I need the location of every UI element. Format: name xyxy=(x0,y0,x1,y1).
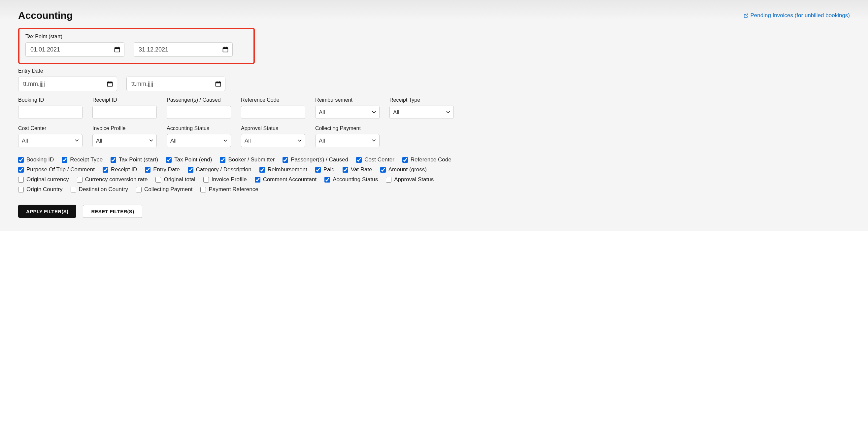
apply-filters-button[interactable]: APPLY FILTER(S) xyxy=(18,204,76,218)
column-checkbox[interactable] xyxy=(282,157,288,163)
column-toggle[interactable]: Payment Reference xyxy=(200,186,258,193)
column-checkbox[interactable] xyxy=(155,177,161,183)
booking-id-input[interactable] xyxy=(18,106,83,119)
column-toggle[interactable]: Category / Description xyxy=(188,166,251,173)
reset-filters-button[interactable]: RESET FILTER(S) xyxy=(83,204,142,218)
column-checkbox-label: Original currency xyxy=(26,176,69,183)
column-checkbox-label: Entry Date xyxy=(153,166,180,173)
column-toggle[interactable]: Paid xyxy=(315,166,335,173)
tax-point-end-input[interactable] xyxy=(134,42,233,57)
column-checkbox[interactable] xyxy=(18,187,24,192)
column-checkbox[interactable] xyxy=(220,157,225,163)
column-checkbox-label: Receipt Type xyxy=(70,156,103,163)
column-checkbox-label: Tax Point (start) xyxy=(119,156,158,163)
column-toggle[interactable]: Approval Status xyxy=(386,176,434,183)
receipt-type-select[interactable]: All xyxy=(390,106,454,119)
column-checkbox[interactable] xyxy=(111,157,116,163)
column-toggle[interactable]: Purpose Of Trip / Comment xyxy=(18,166,95,173)
column-checkbox[interactable] xyxy=(343,167,348,172)
accounting-status-select[interactable]: All xyxy=(167,134,231,147)
passengers-input[interactable] xyxy=(167,106,231,119)
cost-center-label: Cost Center xyxy=(18,125,83,131)
column-checkbox-label: Passenger(s) / Caused xyxy=(291,156,348,163)
column-toggle[interactable]: Passenger(s) / Caused xyxy=(282,156,348,163)
column-checkbox[interactable] xyxy=(71,187,76,192)
column-checkbox-label: Origin Country xyxy=(26,186,63,193)
invoice-profile-select[interactable]: All xyxy=(92,134,157,147)
column-checkbox-label: Reimbursement xyxy=(268,166,307,173)
column-checkbox[interactable] xyxy=(402,157,408,163)
column-checkbox-label: Collecting Payment xyxy=(144,186,192,193)
column-toggle[interactable]: Currency conversion rate xyxy=(77,176,148,183)
column-toggle[interactable]: Destination Country xyxy=(71,186,128,193)
column-toggle[interactable]: Collecting Payment xyxy=(136,186,192,193)
pending-invoices-link[interactable]: Pending Invoices (for unbilled bookings) xyxy=(744,12,850,19)
collecting-payment-label: Collecting Payment xyxy=(315,125,379,131)
column-checkbox[interactable] xyxy=(166,157,172,163)
tax-point-label: Tax Point (start) xyxy=(25,34,248,40)
column-checkbox-label: Tax Point (end) xyxy=(174,156,212,163)
column-toggle[interactable]: Receipt ID xyxy=(103,166,137,173)
column-toggle[interactable]: Reference Code xyxy=(402,156,452,163)
column-checkbox[interactable] xyxy=(62,157,67,163)
column-checkbox[interactable] xyxy=(200,187,206,192)
pending-invoices-label: Pending Invoices (for unbilled bookings) xyxy=(750,12,850,19)
column-checkbox[interactable] xyxy=(255,177,260,183)
reimbursement-label: Reimbursement xyxy=(315,97,379,103)
column-checkbox[interactable] xyxy=(356,157,362,163)
reference-code-label: Reference Code xyxy=(241,97,305,103)
svg-line-0 xyxy=(746,13,748,16)
column-toggle[interactable]: Accounting Status xyxy=(324,176,378,183)
collecting-payment-select[interactable]: All xyxy=(315,134,379,147)
reference-code-input[interactable] xyxy=(241,106,305,119)
column-toggle[interactable]: Original total xyxy=(155,176,195,183)
column-checkbox[interactable] xyxy=(188,167,193,172)
column-toggle[interactable]: Receipt Type xyxy=(62,156,103,163)
approval-status-select[interactable]: All xyxy=(241,134,305,147)
column-checkbox[interactable] xyxy=(380,167,386,172)
column-checkbox-label: Comment Accountant xyxy=(263,176,317,183)
column-toggle[interactable]: Comment Accountant xyxy=(255,176,317,183)
column-checkbox[interactable] xyxy=(145,167,151,172)
column-checkbox[interactable] xyxy=(386,177,392,183)
column-checkbox-label: Original total xyxy=(164,176,195,183)
column-toggle[interactable]: Reimbursement xyxy=(259,166,307,173)
booking-id-label: Booking ID xyxy=(18,97,83,103)
column-checkbox-label: Accounting Status xyxy=(333,176,378,183)
column-checkbox[interactable] xyxy=(18,157,24,163)
column-toggle[interactable]: Origin Country xyxy=(18,186,63,193)
tax-point-start-input[interactable] xyxy=(25,42,124,57)
column-checkbox[interactable] xyxy=(136,187,142,192)
column-checkbox[interactable] xyxy=(18,177,24,183)
receipt-id-input[interactable] xyxy=(92,106,157,119)
column-toggle[interactable]: Entry Date xyxy=(145,166,180,173)
column-checkbox[interactable] xyxy=(18,167,24,172)
column-toggle[interactable]: Tax Point (start) xyxy=(111,156,158,163)
column-toggle[interactable]: Cost Center xyxy=(356,156,394,163)
column-checkbox[interactable] xyxy=(259,167,265,172)
filters-grid: Booking ID Receipt ID Passenger(s) / Cau… xyxy=(18,97,474,147)
approval-status-label: Approval Status xyxy=(241,125,305,131)
column-checkbox[interactable] xyxy=(203,177,209,183)
column-toggle[interactable]: Tax Point (end) xyxy=(166,156,212,163)
column-toggle[interactable]: Booking ID xyxy=(18,156,54,163)
column-checkbox-label: Booking ID xyxy=(26,156,54,163)
column-toggle[interactable]: Vat Rate xyxy=(343,166,372,173)
column-checkbox-label: Currency conversion rate xyxy=(85,176,148,183)
accounting-status-label: Accounting Status xyxy=(167,125,231,131)
column-checkbox[interactable] xyxy=(103,167,108,172)
column-toggle[interactable]: Invoice Profile xyxy=(203,176,247,183)
column-checkbox-label: Approval Status xyxy=(394,176,434,183)
column-checkbox[interactable] xyxy=(77,177,83,183)
entry-date-start-input[interactable] xyxy=(18,76,117,91)
column-checkbox[interactable] xyxy=(324,177,330,183)
entry-date-end-input[interactable] xyxy=(126,76,225,91)
column-toggle[interactable]: Booker / Submitter xyxy=(220,156,275,163)
column-toggle[interactable]: Amount (gross) xyxy=(380,166,427,173)
invoice-profile-label: Invoice Profile xyxy=(92,125,157,131)
reimbursement-select[interactable]: All xyxy=(315,106,379,119)
column-checkbox[interactable] xyxy=(315,167,321,172)
cost-center-select[interactable]: All xyxy=(18,134,83,147)
column-toggle[interactable]: Original currency xyxy=(18,176,69,183)
column-checkbox-label: Paid xyxy=(323,166,335,173)
